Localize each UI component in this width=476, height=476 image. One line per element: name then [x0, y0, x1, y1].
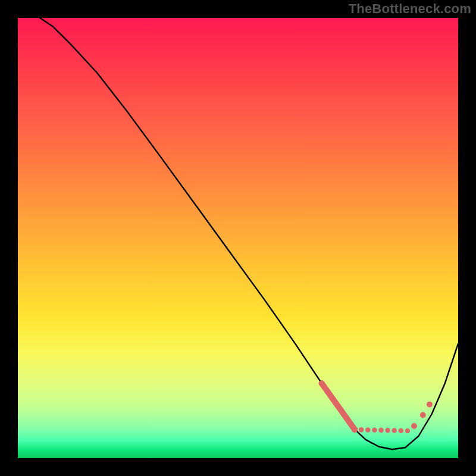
chart-frame: TheBottleneck.com: [0, 0, 476, 476]
marker-segment-desc: [322, 383, 355, 430]
plot-area: [18, 18, 458, 458]
marker-dot: [372, 428, 377, 433]
marker-dot: [399, 428, 403, 433]
marker-dot: [420, 412, 426, 418]
marker-dot: [365, 427, 370, 432]
marker-dot: [405, 428, 410, 433]
marker-dot: [385, 428, 390, 433]
marker-dot: [319, 380, 325, 386]
marker-dot: [352, 427, 358, 433]
marker-dot: [392, 428, 397, 433]
watermark-text: TheBottleneck.com: [349, 1, 471, 17]
marker-dot: [411, 423, 417, 429]
marker-dot: [359, 427, 364, 432]
marker-dot: [427, 402, 433, 408]
marker-group: [319, 380, 433, 433]
marker-dot: [378, 428, 383, 433]
curve-overlay: [18, 18, 458, 458]
bottleneck-curve: [40, 18, 458, 449]
